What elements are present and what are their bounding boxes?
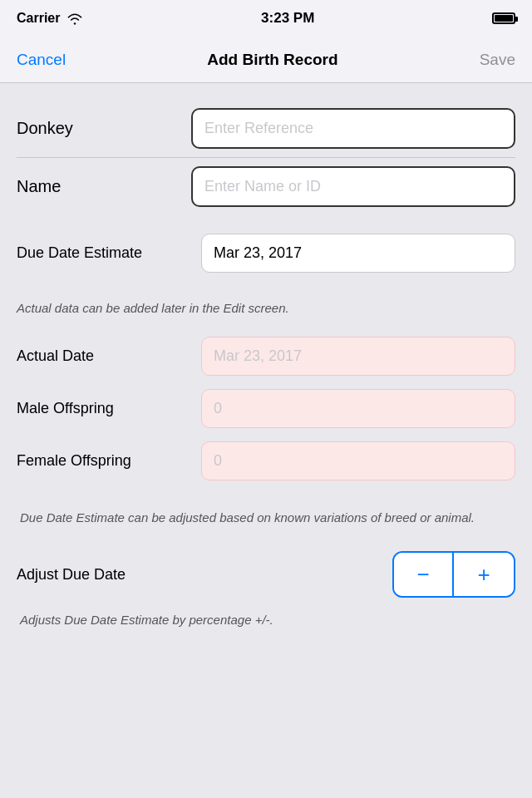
- note-section: Due Date Estimate can be adjusted based …: [17, 497, 515, 534]
- male-offspring-label: Male Offspring: [17, 400, 191, 417]
- status-time: 3:23 PM: [261, 10, 314, 27]
- donkey-label: Donkey: [17, 119, 191, 138]
- adjust-note: Adjusts Due Date Estimate by percentage …: [17, 606, 515, 627]
- battery-icon: [492, 12, 515, 24]
- name-row: Name: [17, 158, 515, 215]
- nav-bar: Cancel Add Birth Record Save: [0, 37, 532, 83]
- actual-date-label: Actual Date: [17, 347, 191, 365]
- status-left: Carrier: [17, 11, 83, 26]
- donkey-input[interactable]: [191, 108, 515, 149]
- increment-button[interactable]: +: [454, 553, 514, 596]
- save-button[interactable]: Save: [480, 51, 515, 69]
- decrement-button[interactable]: −: [394, 553, 454, 596]
- due-date-section: Due Date Estimate Mar 23, 2017: [17, 227, 515, 279]
- carrier-label: Carrier: [17, 11, 60, 26]
- actual-date-row: Actual Date Mar 23, 2017: [17, 330, 515, 382]
- note-actual-data: Actual data can be added later in the Ed…: [17, 289, 515, 330]
- note-due-date-estimate: Due Date Estimate can be adjusted based …: [20, 500, 475, 538]
- cancel-button[interactable]: Cancel: [17, 51, 66, 69]
- due-date-value[interactable]: Mar 23, 2017: [201, 234, 515, 273]
- status-right: [492, 12, 515, 24]
- female-offspring-label: Female Offspring: [17, 452, 191, 470]
- male-offspring-value[interactable]: 0: [201, 389, 515, 428]
- name-input[interactable]: [191, 166, 515, 207]
- name-label: Name: [17, 177, 191, 196]
- adjust-buttons: − +: [392, 551, 515, 598]
- wifi-icon: [66, 12, 83, 25]
- adjust-row: Adjust Due Date − +: [17, 543, 515, 606]
- status-bar: Carrier 3:23 PM: [0, 0, 532, 37]
- actual-data-section: Actual Date Mar 23, 2017 Male Offspring …: [17, 330, 515, 487]
- female-offspring-row: Female Offspring 0: [17, 435, 515, 487]
- female-offspring-value[interactable]: 0: [201, 441, 515, 480]
- page-title: Add Birth Record: [207, 51, 337, 69]
- adjust-section: Adjust Due Date − + Adjusts Due Date Est…: [17, 543, 515, 627]
- adjust-label: Adjust Due Date: [17, 566, 126, 584]
- male-offspring-row: Male Offspring 0: [17, 382, 515, 435]
- donkey-name-section: Donkey Name: [17, 100, 515, 215]
- due-date-label: Due Date Estimate: [17, 244, 191, 262]
- donkey-row: Donkey: [17, 100, 515, 158]
- due-date-row: Due Date Estimate Mar 23, 2017: [17, 227, 515, 279]
- main-content: Donkey Name Due Date Estimate Mar 23, 20…: [0, 83, 532, 643]
- actual-date-value[interactable]: Mar 23, 2017: [201, 337, 515, 376]
